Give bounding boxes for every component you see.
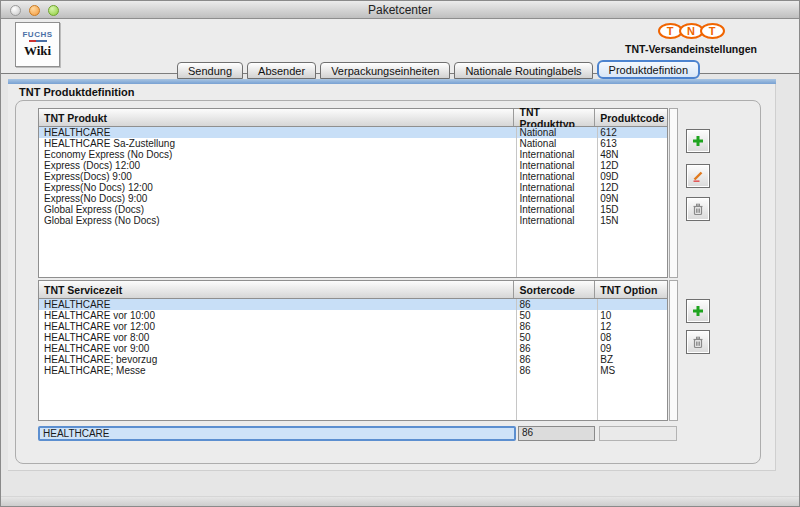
- table-row[interactable]: HEALTHCARE; Messe86MS: [39, 365, 667, 376]
- product-add-button[interactable]: [686, 129, 710, 153]
- tab-panel-accent: [8, 79, 776, 84]
- column-separator: [516, 127, 517, 277]
- fuchs-wiki-logo[interactable]: FUCHS Wiki: [15, 22, 60, 67]
- table-cell: 86: [514, 321, 595, 332]
- tab-sendung[interactable]: Sendung: [177, 62, 243, 79]
- service-table-header[interactable]: TNT Servicezeit Sortercode TNT Option: [39, 281, 667, 299]
- table-cell: 09D: [595, 171, 667, 182]
- table-cell: HEALTHCARE vor 10:00: [39, 310, 514, 321]
- tnt-letter-oval: T: [700, 23, 725, 39]
- table-cell: 50: [514, 332, 595, 343]
- table-cell: HEALTHCARE vor 8:00: [39, 332, 514, 343]
- tab-bar: SendungAbsenderVerpackungseinheitenNatio…: [177, 60, 700, 79]
- table-row[interactable]: HEALTHCARENational612: [39, 127, 667, 138]
- service-add-button[interactable]: [686, 299, 710, 323]
- title-bar[interactable]: Paketcenter: [1, 1, 799, 19]
- table-row[interactable]: Express(Docs) 9:00International09D: [39, 171, 667, 182]
- table-row[interactable]: Economy Express (No Docs)International48…: [39, 149, 667, 160]
- wiki-logo-text: Wiki: [24, 43, 51, 59]
- tab-nationale-routinglabels[interactable]: Nationale Routinglabels: [454, 62, 592, 79]
- table-cell: International: [514, 182, 595, 193]
- column-separator: [597, 299, 598, 420]
- column-header-tnt-option[interactable]: TNT Option: [595, 281, 667, 298]
- column-header-tnt-produkt[interactable]: TNT Produkt: [39, 109, 514, 126]
- table-row[interactable]: HEALTHCARE vor 12:008612: [39, 321, 667, 332]
- column-header-tnt-produkttyp[interactable]: TNT Produkttyp: [514, 109, 595, 126]
- table-cell: MS: [595, 365, 667, 376]
- table-cell: Express(No Docs) 9:00: [39, 193, 514, 204]
- sortercode-field[interactable]: 86: [518, 426, 595, 441]
- fuchs-logo-text: FUCHS: [22, 30, 52, 39]
- table-row[interactable]: HEALTHCARE vor 9:008609: [39, 343, 667, 354]
- table-row[interactable]: Express(No Docs) 9:00International09N: [39, 193, 667, 204]
- table-cell: National: [514, 138, 595, 149]
- table-cell: Global Express (Docs): [39, 204, 514, 215]
- table-cell: International: [514, 160, 595, 171]
- table-cell: 09N: [595, 193, 667, 204]
- table-row[interactable]: HEALTHCARE vor 10:005010: [39, 310, 667, 321]
- table-cell: HEALTHCARE; Messe: [39, 365, 514, 376]
- tnt-logo: TNT TNT-Versandeinstellungen: [611, 23, 771, 55]
- column-separator: [597, 127, 598, 277]
- table-cell: HEALTHCARE: [39, 299, 514, 310]
- table-cell: 612: [595, 127, 667, 138]
- table-cell: 10: [595, 310, 667, 321]
- plus-icon: [691, 304, 705, 318]
- table-row[interactable]: HEALTHCARE86: [39, 299, 667, 310]
- trash-icon: [691, 202, 705, 216]
- table-row[interactable]: Express(No Docs) 12:00International12D: [39, 182, 667, 193]
- servicezeit-field[interactable]: HEALTHCARE: [38, 426, 516, 441]
- table-cell: National: [514, 127, 595, 138]
- table-cell: Global Express (No Docs): [39, 215, 514, 226]
- tnt-option-field[interactable]: [599, 426, 677, 441]
- trash-icon: [691, 335, 705, 349]
- tab-verpackungseinheiten[interactable]: Verpackungseinheiten: [320, 62, 450, 79]
- table-row[interactable]: Global Express (Docs)International15D: [39, 204, 667, 215]
- table-cell: 86: [514, 354, 595, 365]
- table-cell: 15N: [595, 215, 667, 226]
- product-table-header[interactable]: TNT Produkt TNT Produkttyp Produktcode: [39, 109, 667, 127]
- column-header-sortercode[interactable]: Sortercode: [514, 281, 595, 298]
- table-cell: 09: [595, 343, 667, 354]
- table-cell: 48N: [595, 149, 667, 160]
- table-row[interactable]: HEALTHCARE; bevorzug86BZ: [39, 354, 667, 365]
- plus-icon: [691, 134, 705, 148]
- section-title: TNT Produktdefinition: [19, 86, 134, 98]
- table-cell: International: [514, 171, 595, 182]
- table-row[interactable]: Express (Docs) 12:00International12D: [39, 160, 667, 171]
- table-row[interactable]: HEALTHCARE vor 8:005008: [39, 332, 667, 343]
- table-cell: HEALTHCARE vor 9:00: [39, 343, 514, 354]
- product-table-scroll-track[interactable]: [669, 108, 678, 278]
- table-row[interactable]: Global Express (No Docs)International15N: [39, 215, 667, 226]
- service-delete-button[interactable]: [686, 330, 710, 354]
- table-cell: [595, 299, 667, 310]
- table-cell: Express (Docs) 12:00: [39, 160, 514, 171]
- table-cell: 86: [514, 299, 595, 310]
- window-title: Paketcenter: [1, 3, 799, 17]
- table-cell: HEALTHCARE; bevorzug: [39, 354, 514, 365]
- table-cell: Express(No Docs) 12:00: [39, 182, 514, 193]
- column-separator: [516, 299, 517, 420]
- product-delete-button[interactable]: [686, 197, 710, 221]
- column-header-tnt-servicezeit[interactable]: TNT Servicezeit: [39, 281, 514, 298]
- table-row[interactable]: HEALTHCARE Sa-ZustellungNational613: [39, 138, 667, 149]
- table-cell: 613: [595, 138, 667, 149]
- fuchs-logo-bar: [29, 40, 47, 42]
- table-cell: 08: [595, 332, 667, 343]
- table-cell: 15D: [595, 204, 667, 215]
- product-edit-button[interactable]: [686, 164, 710, 188]
- tnt-caption: TNT-Versandeinstellungen: [611, 43, 771, 55]
- table-cell: BZ: [595, 354, 667, 365]
- column-header-produktcode[interactable]: Produktcode: [595, 109, 667, 126]
- table-cell: 12D: [595, 160, 667, 171]
- product-table-body: HEALTHCARENational612HEALTHCARE Sa-Zuste…: [39, 127, 667, 277]
- service-table-body: HEALTHCARE86HEALTHCARE vor 10:005010HEAL…: [39, 299, 667, 420]
- table-cell: HEALTHCARE: [39, 127, 514, 138]
- tab-produktdefintion[interactable]: Produktdefintion: [597, 60, 701, 79]
- service-table-scroll-track[interactable]: [669, 280, 678, 421]
- tab-absender[interactable]: Absender: [247, 62, 316, 79]
- table-cell: 86: [514, 365, 595, 376]
- table-cell: HEALTHCARE Sa-Zustellung: [39, 138, 514, 149]
- table-cell: 12: [595, 321, 667, 332]
- table-cell: Express(Docs) 9:00: [39, 171, 514, 182]
